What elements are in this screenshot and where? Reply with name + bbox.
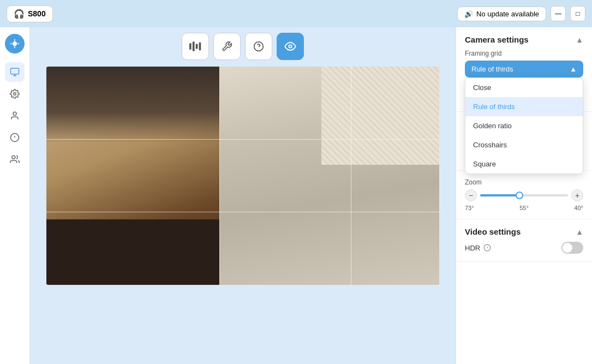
zoom-labels: 73° 55° 40° [465,205,583,211]
zoom-slider-minus[interactable]: − [465,189,477,201]
zoom-section: Zoom − + 73° 55° 40° [456,171,592,219]
hdr-toggle-thumb [563,243,572,253]
dropdown-item-square[interactable]: Square [465,154,583,174]
zoom-label: Zoom [465,178,583,186]
content-area: Camera settings ▲ Framing grid Rule of t… [30,27,592,364]
zoom-slider-track[interactable] [480,194,568,196]
framing-grid-menu: Close Rule of thirds Golden ratio Crossh… [465,77,583,174]
hdr-info-icon [483,244,491,252]
camera-settings-title: Camera settings [465,35,529,44]
dropdown-trigger-button[interactable]: Rule of thirds ▲ [465,61,583,77]
svg-rect-11 [193,41,195,51]
svg-point-16 [289,45,291,47]
zoom-slider-thumb[interactable] [516,192,523,199]
minimize-button[interactable]: — [551,6,566,21]
zoom-slider-row: − + [465,189,583,201]
toolbar-row [182,33,304,60]
app-logo [5,34,25,53]
clothing-area [46,219,219,285]
hdr-label-group: HDR [465,244,491,252]
curtain-area [321,67,439,165]
svg-point-9 [12,156,15,159]
svg-rect-12 [196,44,198,49]
svg-rect-1 [11,68,19,74]
device-label: S800 [28,9,46,18]
main-layout: Camera settings ▲ Framing grid Rule of t… [0,27,592,364]
dropdown-selected-value: Rule of thirds [471,65,513,73]
chevron-up-icon: ▲ [570,65,577,73]
video-settings-collapse[interactable]: ▲ [576,228,583,236]
framing-grid-dropdown[interactable]: Rule of thirds ▲ Close Rule of thirds Go… [465,61,583,77]
hair-area [46,67,219,143]
device-badge[interactable]: 🎧 S800 [7,5,53,22]
dropdown-item-close[interactable]: Close [465,78,583,97]
sidebar-item-monitor[interactable] [5,62,25,82]
svg-rect-13 [199,43,201,51]
video-settings-header: Video settings ▲ [465,227,583,236]
zoom-label-tele: 40° [574,205,583,211]
sidebar-item-group[interactable] [5,150,25,169]
sidebar-item-settings[interactable] [5,84,25,104]
svg-point-4 [14,93,16,96]
eye-button[interactable] [277,33,304,60]
video-section [30,27,456,364]
zoom-label-mid: 55° [519,205,529,211]
maximize-button[interactable]: □ [570,6,585,21]
camera-settings-section: Camera settings ▲ Framing grid Rule of t… [456,27,592,112]
audio-button[interactable] [182,33,209,60]
svg-point-0 [13,41,17,46]
sidebar-item-user[interactable] [5,106,25,126]
speaker-icon: 🔊 [464,10,473,18]
tools-button[interactable] [213,33,241,60]
left-sidebar [0,27,30,364]
camera-settings-header: Camera settings ▲ [465,35,583,44]
dropdown-item-crosshairs[interactable]: Crosshairs [465,135,583,154]
top-right-controls: 🔊 No update available — □ [457,6,585,21]
no-update-button[interactable]: 🔊 No update available [457,7,546,21]
video-settings-section: Video settings ▲ HDR [456,219,592,262]
zoom-slider-plus[interactable]: + [571,189,583,201]
camera-feed [46,67,439,285]
sidebar-item-info[interactable] [5,128,25,147]
no-update-label: No update available [476,10,539,18]
svg-rect-10 [189,43,192,50]
svg-point-5 [13,112,16,115]
framing-grid-label: Framing grid [465,50,583,57]
hdr-toggle-row: HDR [465,242,583,254]
device-icon: 🎧 [14,9,25,19]
top-bar: 🎧 S800 🔊 No update available — □ [0,0,592,27]
video-settings-title: Video settings [465,227,521,236]
camera-settings-collapse[interactable]: ▲ [576,35,583,44]
dropdown-item-rule-of-thirds[interactable]: Rule of thirds [465,97,583,116]
help-button[interactable] [245,33,272,60]
right-panel: Camera settings ▲ Framing grid Rule of t… [456,27,592,364]
dropdown-item-golden-ratio[interactable]: Golden ratio [465,116,583,135]
hdr-label: HDR [465,244,480,252]
zoom-slider-fill [480,194,519,196]
hdr-toggle[interactable] [561,242,583,254]
zoom-label-wide: 73° [465,205,474,211]
